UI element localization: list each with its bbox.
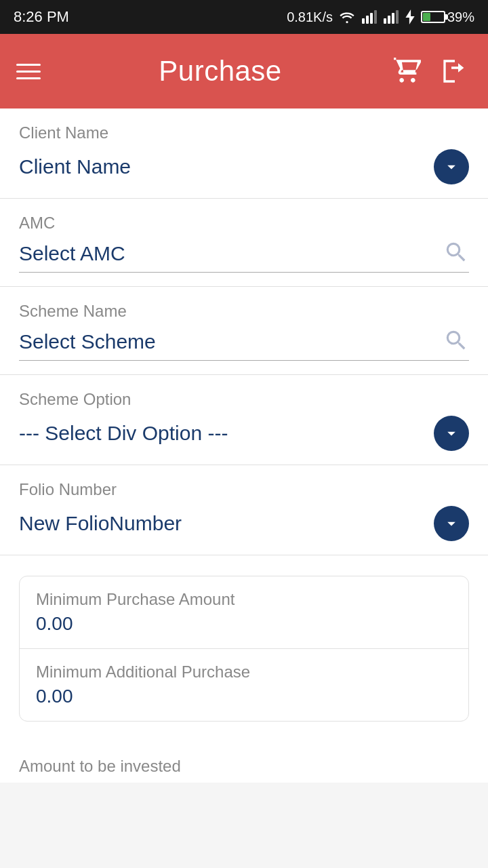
amount-label: Amount to be invested xyxy=(19,757,469,776)
amc-search-icon-wrap[interactable] xyxy=(443,239,469,268)
svg-rect-7 xyxy=(396,10,399,24)
min-purchase-item: Minimum Purchase Amount 0.00 xyxy=(20,576,468,649)
search-icon-2 xyxy=(443,328,469,353)
scheme-option-section: Scheme Option --- Select Div Option --- xyxy=(0,375,488,465)
cart-button[interactable] xyxy=(390,54,424,88)
folio-number-row: New FolioNumber xyxy=(19,506,469,541)
folio-number-section: Folio Number New FolioNumber xyxy=(0,465,488,555)
exit-button[interactable] xyxy=(438,54,472,88)
svg-rect-5 xyxy=(388,16,390,24)
wifi-icon xyxy=(338,9,356,24)
chevron-down-icon xyxy=(442,157,461,176)
scheme-search-icon-wrap[interactable] xyxy=(443,328,469,356)
amc-label: AMC xyxy=(19,214,469,233)
exit-icon xyxy=(441,58,468,85)
app-bar-actions xyxy=(390,54,472,88)
svg-rect-3 xyxy=(374,10,377,24)
svg-rect-0 xyxy=(362,18,365,24)
folio-number-dropdown[interactable] xyxy=(434,506,469,541)
amount-section: Amount to be invested xyxy=(0,742,488,783)
cart-icon xyxy=(394,58,421,85)
client-name-row: Client Name xyxy=(19,149,469,184)
chevron-down-icon-2 xyxy=(442,424,461,443)
client-name-label: Client Name xyxy=(19,123,469,142)
app-bar: Purchase xyxy=(0,34,488,108)
hamburger-line-3 xyxy=(16,77,41,79)
info-box: Minimum Purchase Amount 0.00 Minimum Add… xyxy=(19,576,469,722)
scheme-placeholder: Select Scheme xyxy=(19,330,156,353)
client-name-dropdown[interactable] xyxy=(434,149,469,184)
scheme-option-dropdown[interactable] xyxy=(434,416,469,451)
scheme-name-label: Scheme Name xyxy=(19,302,469,321)
signal-icon-1 xyxy=(361,9,378,24)
form-content: Client Name Client Name AMC Select AMC S… xyxy=(0,108,488,783)
battery-level: 39% xyxy=(447,9,474,25)
svg-rect-4 xyxy=(384,18,386,24)
amc-search-row[interactable]: Select AMC xyxy=(19,239,469,273)
chevron-down-icon-3 xyxy=(442,514,461,533)
charging-icon xyxy=(405,9,415,24)
client-name-section: Client Name Client Name xyxy=(0,108,488,199)
svg-rect-6 xyxy=(392,13,394,24)
search-icon xyxy=(443,239,469,265)
signal-icon-2 xyxy=(383,9,399,24)
min-additional-label: Minimum Additional Purchase xyxy=(36,663,452,682)
status-right: 0.81K/s 39% xyxy=(287,9,474,25)
min-additional-item: Minimum Additional Purchase 0.00 xyxy=(20,649,468,721)
scheme-name-section: Scheme Name Select Scheme xyxy=(0,287,488,375)
svg-rect-2 xyxy=(370,13,373,24)
network-speed: 0.81K/s xyxy=(287,9,333,25)
hamburger-line-2 xyxy=(16,71,41,73)
scheme-search-row[interactable]: Select Scheme xyxy=(19,328,469,361)
svg-marker-8 xyxy=(405,9,414,24)
scheme-option-value: --- Select Div Option --- xyxy=(19,422,228,445)
client-name-value: Client Name xyxy=(19,155,131,178)
battery-indicator: 39% xyxy=(421,9,474,25)
folio-number-value: New FolioNumber xyxy=(19,512,182,535)
amc-placeholder: Select AMC xyxy=(19,242,125,265)
scheme-option-label: Scheme Option xyxy=(19,390,469,409)
hamburger-line-1 xyxy=(16,64,41,66)
amc-section: AMC Select AMC xyxy=(0,199,488,287)
min-additional-value: 0.00 xyxy=(36,686,452,707)
status-time: 8:26 PM xyxy=(14,8,69,26)
svg-rect-1 xyxy=(366,16,369,24)
page-title: Purchase xyxy=(50,55,390,87)
folio-number-label: Folio Number xyxy=(19,480,469,499)
min-purchase-label: Minimum Purchase Amount xyxy=(36,590,452,609)
status-bar: 8:26 PM 0.81K/s 39% xyxy=(0,0,488,34)
hamburger-button[interactable] xyxy=(16,54,50,88)
min-purchase-value: 0.00 xyxy=(36,613,452,635)
scheme-option-row: --- Select Div Option --- xyxy=(19,416,469,451)
